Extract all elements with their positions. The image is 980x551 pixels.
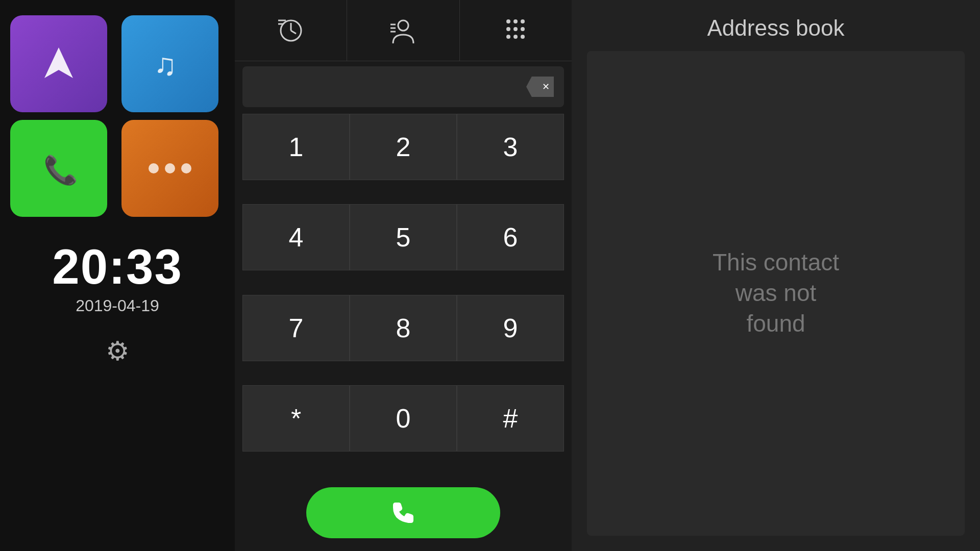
svg-text:📞: 📞: [43, 154, 78, 187]
top-nav: [235, 0, 572, 61]
call-button-row: [242, 480, 564, 543]
tab-contacts[interactable]: [347, 0, 459, 61]
tab-dialpad[interactable]: [460, 0, 572, 61]
svg-point-20: [521, 35, 525, 39]
app-grid: ♫ 📞: [10, 15, 225, 217]
svg-point-19: [513, 35, 518, 39]
not-found-message: This contactwas notfound: [713, 247, 839, 339]
dial-key-1[interactable]: 1: [242, 114, 350, 180]
svg-point-18: [506, 35, 510, 39]
svg-text:♫: ♫: [154, 47, 177, 82]
settings-icon[interactable]: ⚙: [106, 336, 130, 366]
address-book-content: This contactwas notfound: [587, 51, 965, 536]
dial-key-star[interactable]: *: [242, 385, 350, 452]
clock-area: 20:33 2019-04-19: [52, 242, 183, 315]
call-icon: [388, 497, 419, 528]
svg-marker-0: [44, 47, 73, 78]
app-icon-music[interactable]: ♫: [121, 15, 218, 112]
navigation-icon: [38, 43, 79, 84]
time-display: 20:33: [52, 242, 183, 291]
svg-point-16: [513, 27, 518, 31]
dial-key-9[interactable]: 9: [457, 295, 564, 361]
backspace-button[interactable]: [526, 77, 554, 97]
recents-icon: [276, 15, 306, 46]
more-dots: [149, 163, 191, 173]
dial-key-2[interactable]: 2: [350, 114, 457, 180]
app-icon-phone[interactable]: 📞: [10, 120, 107, 217]
contacts-icon: [388, 15, 419, 46]
svg-point-12: [506, 19, 510, 23]
app-icon-navigation[interactable]: [10, 15, 107, 112]
svg-point-17: [521, 27, 525, 31]
music-icon: ♫: [150, 43, 190, 84]
svg-point-14: [521, 19, 525, 23]
backspace-icon: [526, 77, 554, 97]
tab-recents[interactable]: [235, 0, 347, 61]
dial-key-5[interactable]: 5: [350, 204, 457, 270]
phone-icon: 📞: [38, 148, 79, 189]
call-button[interactable]: [306, 487, 500, 538]
dial-key-4[interactable]: 4: [242, 204, 350, 270]
dialpad-icon: [502, 16, 530, 44]
dial-key-7[interactable]: 7: [242, 295, 350, 361]
right-panel: Address book This contactwas notfound: [572, 0, 980, 551]
dial-key-8[interactable]: 8: [350, 295, 457, 361]
dial-key-hash[interactable]: #: [457, 385, 564, 452]
svg-point-15: [506, 27, 510, 31]
dial-key-6[interactable]: 6: [457, 204, 564, 270]
svg-point-8: [398, 20, 408, 31]
display-row: [242, 66, 564, 107]
svg-point-13: [513, 19, 518, 23]
left-panel: ♫ 📞 20:33 2019-04-19 ⚙: [0, 0, 235, 551]
dial-container: 1 2 3 4 5 6 7 8 9 * 0 #: [235, 61, 572, 551]
svg-line-5: [291, 31, 296, 34]
address-book-title: Address book: [587, 15, 965, 41]
app-icon-more[interactable]: [121, 120, 218, 217]
center-panel: 1 2 3 4 5 6 7 8 9 * 0 #: [235, 0, 572, 551]
dial-key-3[interactable]: 3: [457, 114, 564, 180]
dial-key-0[interactable]: 0: [350, 385, 457, 452]
date-display: 2019-04-19: [52, 296, 183, 315]
dialpad: 1 2 3 4 5 6 7 8 9 * 0 #: [242, 114, 564, 475]
